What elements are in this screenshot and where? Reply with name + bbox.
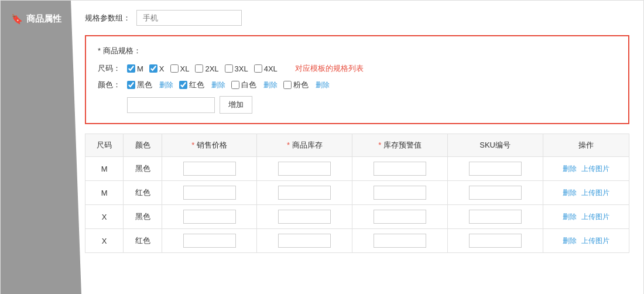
price-input[interactable] [183,162,236,176]
color-checkbox-group: 黑色 删除 红色 删除 白色 删除 粉色 [127,80,330,90]
add-color-button[interactable]: 增加 [220,96,252,114]
cell-stock[interactable] [257,205,352,229]
size-checkbox-XL[interactable]: XL [170,64,190,73]
cell-stock[interactable] [257,157,352,181]
delete-row-link[interactable]: 删除 [563,236,577,246]
cell-color: 红色 [124,181,162,205]
alert-input[interactable] [374,186,426,200]
spec-group-row: 规格参数组： [85,10,629,26]
spec-box-title: * 商品规格： [98,46,616,56]
price-input[interactable] [183,186,236,200]
delete-row-link[interactable]: 删除 [563,188,577,198]
cell-sku[interactable] [447,157,543,181]
cell-price[interactable] [162,229,257,253]
delete-pink-link[interactable]: 删除 [316,80,330,90]
cell-price[interactable] [162,157,257,181]
cell-price[interactable] [162,205,257,229]
col-action: 操作 [543,134,629,157]
cell-sku[interactable] [447,229,543,253]
sku-table: 尺码 颜色 * 销售价格 * 商品库存 * 库存预警值 SKU编号 操作 M 黑… [85,134,629,253]
main-content: 规格参数组： * 商品规格： 尺码： M X [71,1,643,294]
spec-group-input[interactable] [136,10,242,26]
table-row: M 黑色 删除 上传图片 [85,157,629,181]
cell-size: X [85,229,124,253]
cell-price[interactable] [162,181,257,205]
cell-sku[interactable] [447,205,543,229]
sidebar: 🔖 商品属性 [1,1,71,294]
cell-actions: 删除 上传图片 [543,181,629,205]
size-checkbox-X[interactable]: X [149,64,165,73]
col-color: 颜色 [124,134,162,157]
stock-input[interactable] [278,234,331,248]
sku-input[interactable] [469,210,522,224]
upload-image-link[interactable]: 上传图片 [581,212,609,222]
size-checkbox-M[interactable]: M [127,64,143,73]
alert-input[interactable] [374,234,426,248]
delete-row-link[interactable]: 删除 [563,212,577,222]
color-label: 颜色： [98,80,127,90]
bookmark-icon: 🔖 [11,13,23,25]
sidebar-title: 🔖 商品属性 [11,13,61,25]
cell-stock[interactable] [257,181,352,205]
sku-input[interactable] [469,186,522,200]
cell-sku[interactable] [447,181,543,205]
cell-alert[interactable] [352,181,448,205]
add-color-input[interactable] [127,97,215,113]
color-checkbox-red[interactable]: 红色 [179,80,204,90]
sku-input[interactable] [469,234,522,248]
delete-row-link[interactable]: 删除 [563,164,577,174]
cell-actions: 删除 上传图片 [543,205,629,229]
table-row: X 黑色 删除 上传图片 [85,205,629,229]
delete-red-link[interactable]: 删除 [211,80,225,90]
sku-input[interactable] [469,162,522,176]
col-alert: * 库存预警值 [352,134,448,157]
upload-image-link[interactable]: 上传图片 [581,188,609,198]
price-input[interactable] [183,234,236,248]
cell-size: X [85,205,124,229]
cell-alert[interactable] [352,229,448,253]
color-checkbox-pink[interactable]: 粉色 [283,80,309,90]
page-wrapper: 🔖 商品属性 规格参数组： * 商品规格： 尺码： M [0,0,644,294]
table-row: X 红色 删除 上传图片 [85,229,629,253]
size-checkbox-3XL[interactable]: 3XL [225,64,248,73]
size-checkbox-4XL[interactable]: 4XL [254,64,278,73]
size-row: 尺码： M X XL 2XL [98,63,616,74]
col-price: * 销售价格 [162,134,257,157]
col-size: 尺码 [85,134,124,157]
cell-color: 黑色 [124,205,162,229]
cell-stock[interactable] [257,229,352,253]
cell-color: 红色 [124,229,162,253]
delete-white-link[interactable]: 删除 [263,80,278,90]
stock-input[interactable] [278,186,331,200]
spec-box: * 商品规格： 尺码： M X XL [85,35,629,124]
delete-black-link[interactable]: 删除 [159,80,173,90]
price-input[interactable] [183,210,236,224]
col-stock: * 商品库存 [257,134,352,157]
alert-input[interactable] [374,210,426,224]
alert-input[interactable] [374,162,426,176]
col-sku: SKU编号 [447,134,543,157]
cell-alert[interactable] [352,205,448,229]
color-row: 颜色： 黑色 删除 红色 删除 白色 删除 [98,80,616,90]
cell-size: M [85,157,124,181]
add-row: 增加 [127,96,616,114]
color-checkbox-white[interactable]: 白色 [231,80,256,90]
spec-group-label: 规格参数组： [85,13,131,23]
template-note: 对应模板的规格列表 [295,63,364,74]
cell-size: M [85,181,124,205]
stock-input[interactable] [278,162,331,176]
table-header-row: 尺码 颜色 * 销售价格 * 商品库存 * 库存预警值 SKU编号 操作 [85,134,629,157]
stock-input[interactable] [278,210,331,224]
size-checkbox-group: M X XL 2XL 3XL [127,64,278,73]
cell-actions: 删除 上传图片 [543,229,629,253]
upload-image-link[interactable]: 上传图片 [581,236,609,246]
cell-actions: 删除 上传图片 [543,157,629,181]
color-checkbox-black[interactable]: 黑色 [127,80,152,90]
cell-alert[interactable] [352,157,448,181]
size-label: 尺码： [98,63,127,74]
table-row: M 红色 删除 上传图片 [85,181,629,205]
size-checkbox-2XL[interactable]: 2XL [195,64,218,73]
sidebar-title-text: 商品属性 [26,13,61,25]
cell-color: 黑色 [124,157,162,181]
upload-image-link[interactable]: 上传图片 [581,164,609,174]
